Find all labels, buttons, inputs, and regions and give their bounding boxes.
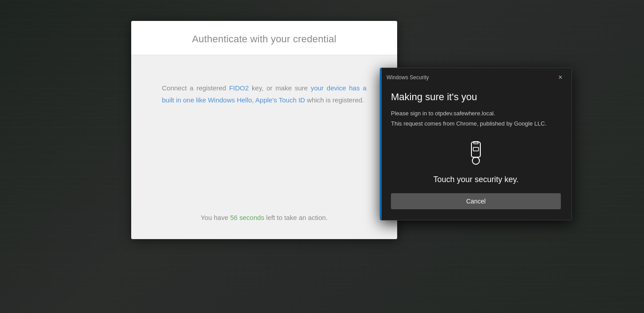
windows-security-title: Windows Security: [386, 74, 429, 81]
windows-security-request-text: This request comes from Chrome, publishe…: [391, 120, 561, 127]
device-link: your device has a built in one like Wind…: [162, 84, 366, 104]
windows-security-signin-text: Please sign in to otpdev.safewhere.local…: [391, 110, 561, 117]
timer-prefix: You have: [201, 214, 230, 221]
windows-security-heading: Making sure it's you: [391, 91, 561, 103]
credential-timer: You have 56 seconds left to take an acti…: [201, 214, 328, 221]
windows-security-cancel-button[interactable]: Cancel: [391, 193, 561, 209]
timer-suffix: left to take an action.: [264, 214, 328, 221]
windows-security-dialog: Windows Security × Making sure it's you …: [380, 68, 572, 220]
svg-rect-4: [473, 147, 479, 151]
credential-header: Authenticate with your credential: [131, 21, 397, 55]
windows-security-icon-area: Touch your security key.: [391, 141, 561, 184]
credential-message: Connect a registered FIDO2 key, or make …: [162, 82, 366, 106]
windows-security-body: Making sure it's you Please sign in to o…: [380, 86, 572, 220]
timer-seconds: 56 seconds: [230, 214, 264, 221]
credential-dialog: Authenticate with your credential Connec…: [131, 21, 397, 239]
windows-security-title-bar: Windows Security ×: [380, 68, 572, 86]
credential-title: Authenticate with your credential: [142, 33, 386, 45]
windows-security-close-button[interactable]: ×: [555, 73, 565, 82]
security-key-icon: [466, 141, 486, 168]
credential-body: Connect a registered FIDO2 key, or make …: [131, 55, 397, 239]
fido2-link: FIDO2: [229, 84, 249, 92]
windows-security-touch-text: Touch your security key.: [433, 175, 519, 184]
svg-point-2: [472, 157, 479, 164]
svg-rect-0: [471, 142, 480, 157]
which-word: which: [307, 96, 324, 104]
